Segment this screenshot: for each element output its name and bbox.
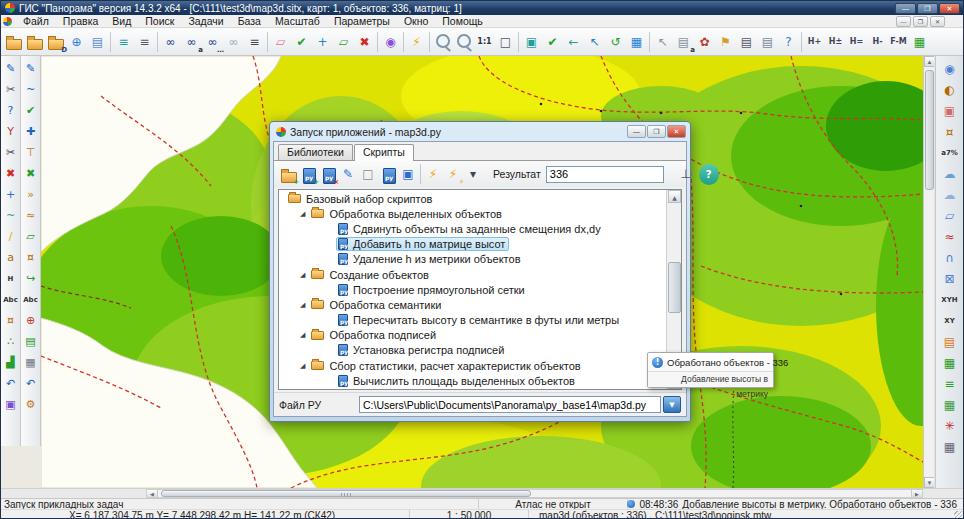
graph-net-icon[interactable]: ✳ bbox=[938, 415, 962, 436]
abc-label-2-icon[interactable]: Abc bbox=[22, 289, 40, 310]
tab-libraries[interactable]: Библиотеки bbox=[278, 144, 353, 160]
edit-spline-icon[interactable]: ~ bbox=[2, 205, 20, 226]
dialog-maximize-button[interactable]: ❐ bbox=[647, 125, 666, 138]
find-advanced-icon[interactable]: ∞… bbox=[202, 31, 223, 53]
select-add-icon[interactable]: + bbox=[312, 31, 333, 53]
expander-icon[interactable]: ◢ bbox=[300, 362, 305, 370]
delete-node-icon[interactable]: ✖ bbox=[22, 163, 40, 184]
tree-folder-row[interactable]: ◢Сбор статистики, расчет характеристик о… bbox=[280, 358, 665, 373]
confirm-edit-icon[interactable]: ✔ bbox=[22, 100, 40, 121]
pointer-refresh-icon[interactable]: ↺ bbox=[605, 31, 626, 53]
map-hscrollbar[interactable]: ◀ ▶ bbox=[146, 489, 923, 498]
search-edit-icon[interactable]: ⊕ bbox=[22, 310, 40, 331]
child-minimize-button[interactable]: — bbox=[896, 16, 911, 27]
area-measure-icon[interactable]: ▱ bbox=[938, 205, 962, 226]
tree-scroll-up-icon[interactable]: ▲ bbox=[668, 190, 681, 203]
tree-script-row[interactable]: Построение прямоугольной сетки bbox=[280, 282, 665, 297]
table-restore-icon[interactable]: ▦ bbox=[22, 352, 40, 373]
file-dropdown-button[interactable]: ▼ bbox=[663, 396, 681, 413]
tree-script-row[interactable]: Пересчитать высоту в семантике в футы ил… bbox=[280, 313, 665, 328]
matrix-grid-icon[interactable]: ▦ bbox=[909, 31, 930, 53]
object-card-icon[interactable]: ▣ bbox=[521, 31, 542, 53]
vscroll-thumb[interactable] bbox=[925, 70, 934, 190]
menu-item-0[interactable]: Файл bbox=[16, 15, 56, 28]
tree-script-row[interactable]: Сдвинуть объекты на заданные смещения dx… bbox=[280, 221, 665, 236]
object-table-icon[interactable]: ▦ bbox=[626, 31, 647, 53]
close-button[interactable]: ✕ bbox=[939, 3, 960, 14]
pointer-icon[interactable]: ↖ bbox=[584, 31, 605, 53]
h-minus-icon[interactable]: H- bbox=[867, 31, 888, 53]
highlight-a-icon[interactable]: a bbox=[2, 247, 20, 268]
select-object-icon[interactable]: ▱ bbox=[270, 31, 291, 53]
h-equal-icon[interactable]: H= bbox=[846, 31, 867, 53]
tree-folder-row[interactable]: ◢Обработка выделенных объектов bbox=[280, 206, 665, 221]
fit-window-icon[interactable]: □ bbox=[495, 31, 516, 53]
new-script-icon[interactable]: + bbox=[298, 164, 318, 185]
draw-line-icon[interactable]: ✎ bbox=[22, 58, 40, 79]
scroll-right-icon[interactable]: ▶ bbox=[911, 490, 922, 497]
flashlight-2-icon[interactable]: ¤ bbox=[22, 247, 40, 268]
tree-script-row[interactable]: Добавить h по матрице высот bbox=[280, 237, 665, 252]
matrix-build-icon[interactable]: ▦ bbox=[938, 352, 962, 373]
xy-rect-icon[interactable]: XY bbox=[938, 310, 962, 331]
cut-fragment-icon[interactable]: ✂ bbox=[2, 142, 20, 163]
select-confirm-icon[interactable]: ✔ bbox=[291, 31, 312, 53]
tree-script-row[interactable]: Установка регистра подписей bbox=[280, 343, 665, 358]
layer-stack-icon[interactable]: ≡ bbox=[938, 373, 962, 394]
topology-net-icon[interactable]: ∴ bbox=[2, 331, 20, 352]
find-inactive-icon[interactable]: ∞ bbox=[223, 31, 244, 53]
zoom-in-icon[interactable]: + bbox=[453, 31, 474, 53]
rotate-area-icon[interactable]: ▱ bbox=[22, 226, 40, 247]
save-script-icon[interactable]: ▣ bbox=[398, 164, 418, 185]
profile-chart-icon[interactable]: ≈ bbox=[938, 226, 962, 247]
cross-section-icon[interactable]: ⊠ bbox=[938, 268, 962, 289]
open-map-icon[interactable] bbox=[3, 31, 24, 53]
edit-script-icon[interactable]: ✎ bbox=[338, 164, 358, 185]
scale-1-1-icon[interactable]: 1:1 bbox=[474, 31, 495, 53]
pointer-dbm-icon[interactable]: ↖ bbox=[652, 31, 673, 53]
notification-balloon[interactable]: ! Обработано объектов - 336 Добавление в… bbox=[647, 352, 774, 388]
move-point-icon[interactable]: + bbox=[2, 184, 20, 205]
copy-delete-icon[interactable]: ▤ bbox=[22, 331, 40, 352]
object-confirm-icon[interactable]: ✔ bbox=[542, 31, 563, 53]
matrix-map-icon[interactable]: ▦ bbox=[938, 394, 962, 415]
resize-grip[interactable] bbox=[954, 511, 962, 519]
move-object-icon[interactable]: ✚ bbox=[22, 121, 40, 142]
cut-object-icon[interactable]: ✂ bbox=[2, 79, 20, 100]
child-restore-button[interactable]: ❐ bbox=[913, 16, 928, 27]
dialog-minimize-button[interactable]: — bbox=[627, 125, 646, 138]
undo-2-icon[interactable]: ↶ bbox=[22, 373, 40, 394]
tree-script-row[interactable]: Вычислить площадь выделенных объектов bbox=[280, 373, 665, 388]
align-junction-icon[interactable]: ⊤ bbox=[22, 142, 40, 163]
edit-query-icon[interactable]: ? bbox=[2, 100, 20, 121]
find-icon[interactable]: ∞ bbox=[160, 31, 181, 53]
expander-icon[interactable]: ◢ bbox=[300, 210, 305, 218]
expander-icon[interactable]: ◢ bbox=[300, 331, 305, 339]
map-layers-icon[interactable]: ≡ bbox=[113, 31, 134, 53]
file-path-input[interactable] bbox=[359, 396, 661, 413]
open-internet-icon[interactable]: ⊕ bbox=[66, 31, 87, 53]
pins-icon[interactable]: ⚑ bbox=[715, 31, 736, 53]
dialog-titlebar[interactable]: Запуск приложений - map3d.py — ❐ ✕ bbox=[273, 122, 687, 141]
undo-icon[interactable]: ↶ bbox=[2, 373, 20, 394]
print-preview-icon[interactable]: ▤ bbox=[757, 31, 778, 53]
semantics-icon[interactable]: ▤a bbox=[673, 31, 694, 53]
tree-scroll-thumb[interactable] bbox=[668, 262, 681, 314]
menu-item-1[interactable]: Правка bbox=[56, 15, 105, 28]
help-icon[interactable]: ? bbox=[699, 164, 719, 185]
select-hand-icon[interactable]: ▱ bbox=[333, 31, 354, 53]
view-3d-icon[interactable]: ◉ bbox=[380, 31, 401, 53]
menu-item-3[interactable]: Поиск bbox=[138, 15, 181, 28]
xyh-coords-icon[interactable]: XYH bbox=[938, 289, 962, 310]
delete-object-icon[interactable]: ✖ bbox=[2, 163, 20, 184]
ruler-icon[interactable]: / bbox=[2, 226, 20, 247]
new-file-icon[interactable]: □ bbox=[358, 164, 378, 185]
status-scale[interactable]: 1 : 50 000 bbox=[409, 510, 529, 519]
tree-folder-row[interactable]: ◢Создание объектов bbox=[280, 267, 665, 282]
menu-item-7[interactable]: Параметры bbox=[327, 15, 397, 28]
light-source-icon[interactable]: ◐ bbox=[938, 79, 962, 100]
select-cancel-icon[interactable]: ✖ bbox=[354, 31, 375, 53]
globe-3d-icon[interactable]: ◉ bbox=[938, 58, 962, 79]
flashlight-3-icon[interactable]: ¤ bbox=[938, 121, 962, 142]
digitize-curve-icon[interactable]: ~ bbox=[22, 79, 40, 100]
